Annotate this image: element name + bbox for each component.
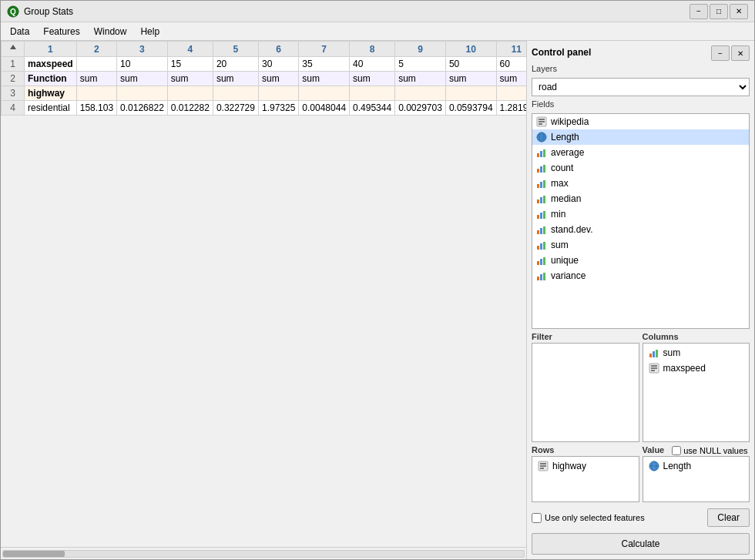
col-header-5[interactable]: 5 [213,42,258,57]
cell-3-4 [167,86,213,101]
field-item-sum[interactable]: sum [532,237,749,253]
use-selected-label[interactable]: Use only selected features [532,513,645,523]
col-header-3[interactable]: 3 [117,42,168,57]
cell-3-8 [350,86,395,101]
clear-button[interactable]: Clear [707,508,750,527]
use-selected-text: Use only selected features [545,513,645,522]
cell-4-3: 0.0126822 [117,101,168,116]
cell-4-2: 158.103 [76,101,116,116]
layer-select[interactable]: road [532,78,750,96]
rows-header: Rows [532,445,639,454]
filter-header[interactable]: Filter [532,332,639,341]
field-name-count: count [551,163,573,173]
value-header: Value [643,445,665,454]
field-item-max[interactable]: max [532,176,749,191]
svg-rect-17 [543,165,545,173]
menu-help[interactable]: Help [134,25,166,39]
panel-minimize-btn[interactable]: − [711,45,730,61]
panel-title: Control panel [532,47,591,58]
row-num-2: 2 [2,72,25,86]
svg-marker-2 [10,45,16,49]
col-header-2[interactable]: 2 [76,42,116,57]
cell-4-7: 0.0048044 [299,101,350,116]
col-header-1[interactable]: 1 [25,42,77,57]
cell-1-2 [76,57,116,72]
data-table-container[interactable]: 1 2 3 4 5 6 7 8 9 10 11 12 [1,41,526,547]
col-header-4[interactable]: 4 [167,42,213,57]
col-header-8[interactable]: 8 [350,42,395,57]
maximize-button[interactable]: □ [710,4,728,19]
cell-2-7: sum [299,72,350,86]
svg-rect-33 [537,261,539,265]
field-item-length[interactable]: Length [532,129,749,145]
svg-rect-28 [540,228,542,234]
col-header-7[interactable]: 7 [299,42,350,57]
field-name-max: max [551,178,569,189]
cell-3-11 [496,86,526,101]
value-item-length-label: Length [663,461,692,471]
field-item-average[interactable]: average [532,145,749,160]
bar-icon-average [535,146,548,159]
field-item-standdev[interactable]: stand.dev. [532,222,749,237]
svg-rect-24 [537,215,539,219]
menu-features[interactable]: Features [37,25,86,39]
cell-4-5: 0.322729 [213,101,258,116]
svg-rect-39 [649,354,652,357]
cell-1-10: 50 [445,57,496,72]
columns-item-maxspeed[interactable]: maxspeed [645,360,748,376]
menu-window[interactable]: Window [88,25,133,39]
close-button[interactable]: ✕ [730,4,748,19]
svg-rect-14 [543,149,545,157]
panel-close-btn[interactable]: ✕ [731,45,750,61]
sort-icon [8,43,18,52]
bar-icon-variance [535,270,548,282]
field-item-count[interactable]: count [532,160,749,176]
rows-item-highway-label: highway [552,461,586,471]
fields-list[interactable]: wikipedia Length [532,113,750,329]
col-header-9[interactable]: 9 [395,42,446,57]
cell-3-9 [395,86,446,101]
fields-label: Fields [532,99,750,109]
field-item-variance[interactable]: variance [532,268,749,283]
menu-bar: Data Features Window Help [1,22,754,41]
rows-drop-zone[interactable]: highway [532,456,639,502]
svg-rect-30 [537,246,539,250]
col-header-10[interactable]: 10 [445,42,496,57]
field-item-min[interactable]: min [532,206,749,222]
cell-3-3 [117,86,168,101]
bar-icon-col-sum [648,347,660,359]
columns-drop-zone[interactable]: sum maxspeed [643,343,750,442]
field-name-min: min [551,209,565,220]
svg-rect-29 [543,226,545,234]
field-item-unique[interactable]: unique [532,253,749,268]
calculate-button[interactable]: Calculate [532,533,750,555]
col-header-11[interactable]: 11 [496,42,526,57]
svg-rect-38 [543,273,545,280]
use-null-label: use NULL values [683,446,747,455]
svg-rect-15 [537,169,539,173]
cell-4-8: 0.495344 [350,101,395,116]
columns-header: Columns [643,332,750,341]
use-selected-checkbox[interactable] [532,513,542,523]
svg-rect-13 [540,151,542,157]
field-item-median[interactable]: median [532,191,749,206]
columns-item-sum[interactable]: sum [645,345,748,360]
svg-rect-36 [537,277,539,280]
use-null-checkbox[interactable] [672,446,681,455]
value-drop-zone[interactable]: Length [643,456,750,502]
col-header-6[interactable]: 6 [258,42,298,57]
value-item-length[interactable]: Length [645,458,748,474]
horizontal-scrollbar[interactable] [1,547,526,559]
cell-1-11: 60 [496,57,526,72]
svg-rect-23 [543,196,545,203]
rows-item-highway[interactable]: highway [534,458,637,474]
field-item-wikipedia[interactable]: wikipedia [532,114,749,129]
minimize-button[interactable]: − [690,4,708,19]
menu-data[interactable]: Data [4,25,35,39]
cell-1-4: 15 [167,57,213,72]
filter-drop-zone[interactable] [532,343,639,442]
bar-icon-median [535,193,548,205]
svg-rect-34 [540,259,542,265]
layers-label: Layers [532,64,750,73]
field-name-average: average [551,147,584,158]
